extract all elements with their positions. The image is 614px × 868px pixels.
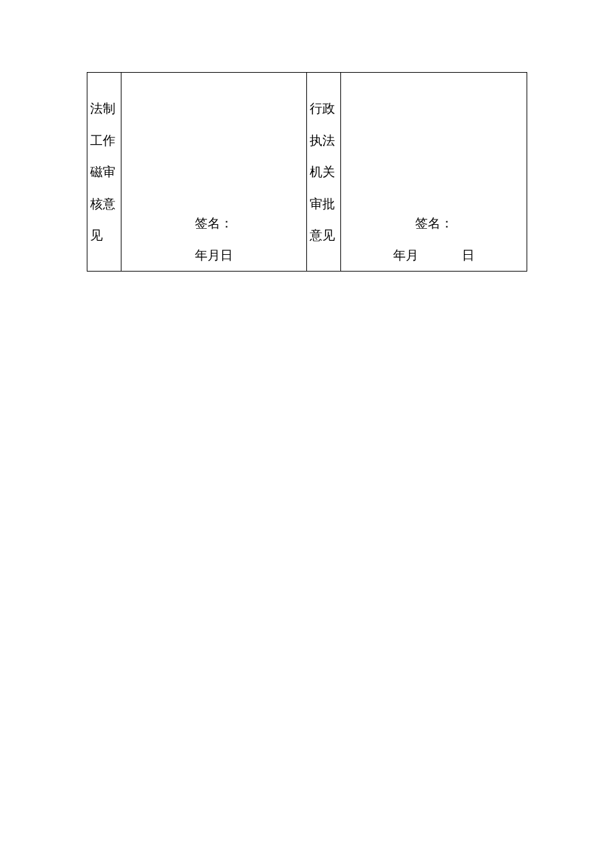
right-label-cell: 行政执法机关审批意见 [307,73,341,272]
approval-form-table: 法制工作磁审核意见 签名： 年月日 行政执法机关审批意见 签名： 年月 日 [87,72,527,272]
right-signature-block: 签名： [341,215,527,232]
right-label-text: 行政执法机关审批意见 [310,101,335,242]
left-date-block: 年月日 [121,247,307,264]
table-row: 法制工作磁审核意见 签名： 年月日 行政执法机关审批意见 签名： 年月 日 [87,73,527,272]
left-content-cell: 签名： 年月日 [121,73,307,272]
left-signature-block: 签名： [121,215,307,232]
left-signature-label: 签名： [195,216,233,230]
right-date-ym: 年月 [393,247,418,264]
left-label-text: 法制工作磁审核意见 [90,101,115,242]
right-signature-label: 签名： [415,216,453,230]
right-content-cell: 签名： 年月 日 [341,73,527,272]
left-label-cell: 法制工作磁审核意见 [87,73,121,272]
left-date-text: 年月日 [195,248,233,262]
right-date-d: 日 [462,247,475,264]
right-date-block: 年月 日 [341,247,527,264]
